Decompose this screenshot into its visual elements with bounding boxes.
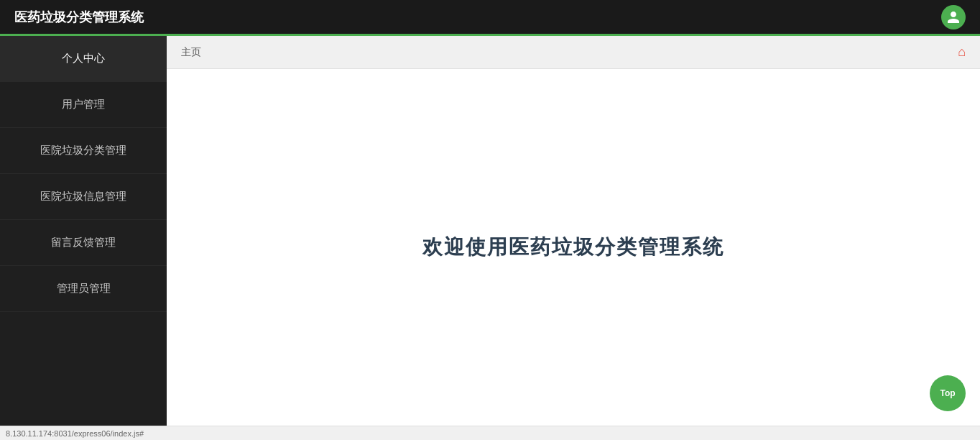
user-icon [946,10,961,24]
sidebar-item-feedback-management[interactable]: 留言反馈管理 [0,220,167,266]
sidebar-item-user-management[interactable]: 用户管理 [0,82,167,128]
breadcrumb-label: 主页 [181,46,201,59]
sidebar-item-hospital-waste-info[interactable]: 医院垃圾信息管理 [0,174,167,220]
content-area: 主页 ⌂ 欢迎使用医药垃圾分类管理系统 Top [167,36,980,426]
main-content: 欢迎使用医药垃圾分类管理系统 Top [167,69,980,426]
app-title: 医药垃圾分类管理系统 [14,9,144,26]
sidebar: 个人中心 用户管理 医院垃圾分类管理 医院垃圾信息管理 留言反馈管理 管理员管理 [0,36,167,426]
sidebar-item-admin-management[interactable]: 管理员管理 [0,266,167,312]
back-to-top-button[interactable]: Top [930,375,966,411]
breadcrumb-bar: 主页 ⌂ [167,36,980,69]
welcome-message: 欢迎使用医药垃圾分类管理系统 [422,234,724,261]
main-layout: 个人中心 用户管理 医院垃圾分类管理 医院垃圾信息管理 留言反馈管理 管理员管理… [0,36,980,426]
sidebar-item-hospital-waste-classification[interactable]: 医院垃圾分类管理 [0,128,167,174]
sidebar-item-personal-center[interactable]: 个人中心 [0,36,167,82]
app-header: 医药垃圾分类管理系统 [0,0,980,36]
home-icon[interactable]: ⌂ [958,45,966,60]
status-text: 8.130.11.174:8031/express06/index.js# [6,429,144,438]
user-avatar-button[interactable] [941,5,966,29]
status-bar: 8.130.11.174:8031/express06/index.js# [0,426,980,440]
